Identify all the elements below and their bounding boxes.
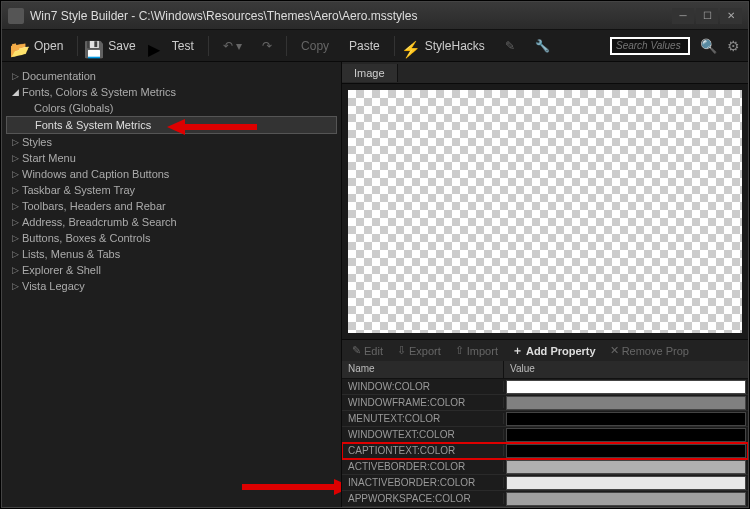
color-swatch — [506, 428, 746, 442]
tree-item[interactable]: ▷Address, Breadcrumb & Search — [6, 214, 337, 230]
annotation-arrow-icon — [242, 477, 342, 497]
property-toolbar: ✎Edit ⇩Export ⇧Import ＋Add Property ✕Rem… — [342, 339, 748, 361]
property-value[interactable] — [506, 396, 746, 410]
tree-item[interactable]: ▷Explorer & Shell — [6, 262, 337, 278]
column-value[interactable]: Value — [504, 361, 748, 378]
maximize-button[interactable]: ☐ — [696, 8, 718, 24]
grid-header: Name Value — [342, 361, 748, 379]
add-property-button[interactable]: ＋Add Property — [506, 341, 602, 360]
color-swatch — [506, 476, 746, 490]
chevron-right-icon[interactable]: ▷ — [10, 169, 20, 179]
chevron-right-icon[interactable]: ▷ — [10, 217, 20, 227]
tree-item-label: Toolbars, Headers and Rebar — [22, 200, 166, 212]
close-button[interactable]: ✕ — [720, 8, 742, 24]
edit-button[interactable]: ✎Edit — [346, 342, 389, 359]
property-row[interactable]: APPWORKSPACE:COLOR — [342, 491, 748, 507]
property-value[interactable] — [506, 492, 746, 506]
tree-item[interactable]: ▷Start Menu — [6, 150, 337, 166]
import-button[interactable]: ⇧Import — [449, 342, 504, 359]
chevron-right-icon[interactable]: ▷ — [10, 185, 20, 195]
tree-item[interactable]: ▷Windows and Caption Buttons — [6, 166, 337, 182]
tree-item-label: Styles — [22, 136, 52, 148]
property-name: ACTIVEBORDER:COLOR — [342, 461, 504, 472]
stylehacks-icon: ⚡ — [401, 40, 413, 52]
sidebar-tree: ▷Documentation◢Fonts, Colors & System Me… — [2, 62, 342, 507]
tree-item[interactable]: ◢Fonts, Colors & System Metrics — [6, 84, 337, 100]
tree-item-label: Fonts & System Metrics — [35, 119, 151, 131]
chevron-right-icon[interactable]: ▷ — [10, 281, 20, 291]
property-name: WINDOWFRAME:COLOR — [342, 397, 504, 408]
property-name: MENUTEXT:COLOR — [342, 413, 504, 424]
separator — [208, 36, 209, 56]
property-row[interactable]: INACTIVEBORDER:COLOR — [342, 475, 748, 491]
wrench-button[interactable]: 🔧 — [527, 36, 558, 56]
tree-item[interactable]: ▷Vista Legacy — [6, 278, 337, 294]
tree-item-label: Address, Breadcrumb & Search — [22, 216, 177, 228]
tree-item-label: Windows and Caption Buttons — [22, 168, 169, 180]
property-value[interactable] — [506, 460, 746, 474]
chevron-down-icon[interactable]: ◢ — [10, 87, 20, 97]
property-row[interactable]: WINDOWTEXT:COLOR — [342, 427, 748, 443]
chevron-right-icon[interactable]: ▷ — [10, 153, 20, 163]
tree-item[interactable]: ▷Documentation — [6, 68, 337, 84]
column-name[interactable]: Name — [342, 361, 504, 378]
search-go-icon[interactable]: 🔍 — [700, 38, 717, 54]
chevron-right-icon[interactable]: ▷ — [10, 201, 20, 211]
property-row[interactable]: WINDOWFRAME:COLOR — [342, 395, 748, 411]
tree-item[interactable]: ▷Toolbars, Headers and Rebar — [6, 198, 337, 214]
tree-item[interactable]: Colors (Globals) — [6, 100, 337, 116]
tab-image[interactable]: Image — [342, 64, 398, 82]
export-icon: ⇩ — [397, 344, 406, 357]
save-button[interactable]: Save — [100, 36, 143, 56]
toolbar: 📂 Open 💾 Save ▶ Test ↶ ▾ ↷ Copy Paste ⚡ … — [2, 30, 748, 62]
tree-item[interactable]: ▷Lists, Menus & Tabs — [6, 246, 337, 262]
chevron-right-icon[interactable]: ▷ — [10, 137, 20, 147]
minimize-button[interactable]: ─ — [672, 8, 694, 24]
property-value[interactable] — [506, 380, 746, 394]
property-name: INACTIVEBORDER:COLOR — [342, 477, 504, 488]
tree-item[interactable]: ▷Styles — [6, 134, 337, 150]
import-icon: ⇧ — [455, 344, 464, 357]
svg-marker-1 — [242, 479, 342, 495]
tree-item[interactable]: ▷Buttons, Boxes & Controls — [6, 230, 337, 246]
property-row[interactable]: CAPTIONTEXT:COLOR — [342, 443, 748, 459]
settings-icon[interactable]: ⚙ — [727, 38, 740, 54]
titlebar: Win7 Style Builder - C:\Windows\Resource… — [2, 2, 748, 30]
save-icon: 💾 — [84, 40, 96, 52]
chevron-right-icon[interactable]: ▷ — [10, 265, 20, 275]
color-swatch — [506, 380, 746, 394]
tree-item-label: Colors (Globals) — [34, 102, 113, 114]
property-row[interactable]: WINDOW:COLOR — [342, 379, 748, 395]
property-name: WINDOWTEXT:COLOR — [342, 429, 504, 440]
test-button[interactable]: Test — [164, 36, 202, 56]
color-swatch — [506, 444, 746, 458]
chevron-right-icon[interactable]: ▷ — [10, 71, 20, 81]
chevron-right-icon[interactable]: ▷ — [10, 249, 20, 259]
body: ▷Documentation◢Fonts, Colors & System Me… — [2, 62, 748, 507]
open-button[interactable]: Open — [26, 36, 71, 56]
property-value[interactable] — [506, 444, 746, 458]
tree-item-label: Lists, Menus & Tabs — [22, 248, 120, 260]
paste-button[interactable]: Paste — [341, 36, 388, 56]
tree-item[interactable]: Fonts & System Metrics — [6, 116, 337, 134]
remove-icon: ✕ — [610, 344, 619, 357]
property-value[interactable] — [506, 476, 746, 490]
property-row[interactable]: ACTIVEBORDER:COLOR — [342, 459, 748, 475]
brush-button[interactable]: ✎ — [497, 36, 523, 56]
copy-button[interactable]: Copy — [293, 36, 337, 56]
window-buttons: ─ ☐ ✕ — [672, 8, 742, 24]
property-row[interactable]: MENUTEXT:COLOR — [342, 411, 748, 427]
undo-button[interactable]: ↶ ▾ — [215, 36, 250, 56]
tree-item-label: Fonts, Colors & System Metrics — [22, 86, 176, 98]
remove-property-button[interactable]: ✕Remove Prop — [604, 342, 695, 359]
app-window: Win7 Style Builder - C:\Windows\Resource… — [1, 1, 749, 508]
export-button[interactable]: ⇩Export — [391, 342, 447, 359]
separator — [286, 36, 287, 56]
tree-item[interactable]: ▷Taskbar & System Tray — [6, 182, 337, 198]
search-input[interactable] — [610, 37, 690, 55]
property-value[interactable] — [506, 412, 746, 426]
redo-button[interactable]: ↷ — [254, 36, 280, 56]
chevron-right-icon[interactable]: ▷ — [10, 233, 20, 243]
property-value[interactable] — [506, 428, 746, 442]
stylehacks-button[interactable]: StyleHacks — [417, 36, 493, 56]
